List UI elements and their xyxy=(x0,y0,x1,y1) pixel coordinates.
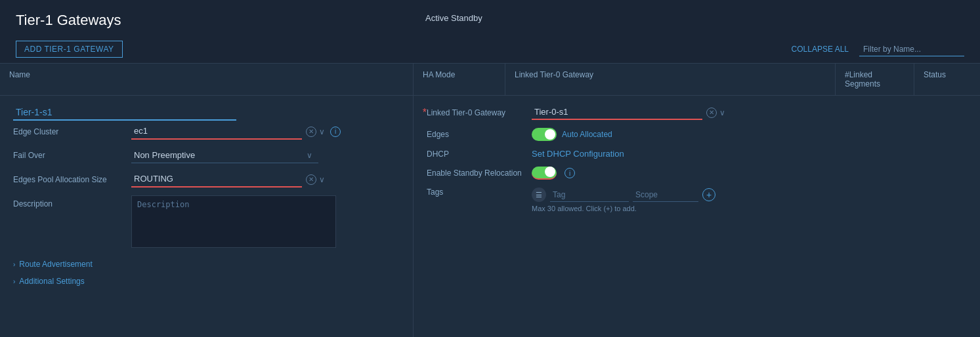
enable-standby-label: Enable Standby Relocation xyxy=(427,168,532,178)
tag-hamburger-icon: ☰ xyxy=(536,191,542,199)
fail-over-field: Fail Over Non Preemptive ∨ xyxy=(13,148,400,163)
edges-label: Edges xyxy=(427,130,532,139)
edge-cluster-field: Edge Cluster ✕ ∨ i xyxy=(13,123,400,140)
edges-pool-clear-icon[interactable]: ✕ xyxy=(306,174,316,185)
left-panel: * Edge Cluster ✕ ∨ i xyxy=(0,96,414,337)
column-header-linked-tier0: Linked Tier-0 Gateway xyxy=(505,64,836,95)
dhcp-label: DHCP xyxy=(427,149,532,159)
form-area: * Edge Cluster ✕ ∨ i xyxy=(0,96,980,337)
toolbar: ADD TIER-1 GATEWAY COLLAPSE ALL xyxy=(0,35,980,64)
edges-pool-chevron-icon[interactable]: ∨ xyxy=(319,175,325,184)
standby-toggle-wrap: i xyxy=(532,167,967,180)
column-header-status: Status xyxy=(914,64,980,95)
edges-auto-allocated-text: Auto Allocated xyxy=(562,130,612,139)
standby-relocation-info-icon[interactable]: i xyxy=(565,168,575,178)
edges-toggle-slider xyxy=(532,128,557,141)
scope-input[interactable] xyxy=(633,188,698,202)
route-advertisement-chevron-icon: › xyxy=(13,261,15,268)
linked-tier0-field: Linked Tier-0 Gateway ✕ ∨ xyxy=(427,105,967,120)
linked-tier0-label: Linked Tier-0 Gateway xyxy=(427,108,532,117)
standby-relocation-slider xyxy=(532,167,557,180)
additional-settings-section[interactable]: › Additional Settings xyxy=(13,273,400,290)
linked-tier0-icons: ✕ ∨ xyxy=(706,108,725,118)
edges-pool-icons: ✕ ∨ xyxy=(306,174,325,185)
fail-over-label: Fail Over xyxy=(13,151,131,160)
route-advertisement-label: Route Advertisement xyxy=(19,260,92,269)
linked-tier0-clear-icon[interactable]: ✕ xyxy=(706,108,717,118)
linked-tier0-chevron-icon[interactable]: ∨ xyxy=(719,108,725,117)
right-panel: Linked Tier-0 Gateway ✕ ∨ Edges xyxy=(414,96,980,337)
edge-cluster-icons: ✕ ∨ i xyxy=(306,127,341,137)
toolbar-right: COLLAPSE ALL xyxy=(792,43,964,56)
name-field-wrap xyxy=(13,105,417,121)
edges-toggle[interactable] xyxy=(532,128,557,141)
filter-input[interactable] xyxy=(859,43,964,56)
column-header-name: Name xyxy=(0,64,414,95)
enable-standby-field: Enable Standby Relocation i xyxy=(427,167,967,180)
set-dhcp-configuration-link[interactable]: Set DHCP Configuration xyxy=(532,149,967,159)
page-header: Tier-1 Gateways xyxy=(0,0,980,35)
edge-cluster-label: Edge Cluster xyxy=(13,127,131,136)
collapse-all-button[interactable]: COLLAPSE ALL xyxy=(792,45,849,54)
linked-tier0-input[interactable] xyxy=(532,105,702,120)
column-header-ha-mode: HA Mode xyxy=(414,64,505,95)
edges-pool-label: Edges Pool Allocation Size xyxy=(13,175,131,184)
tag-type-icon: ☰ xyxy=(532,188,546,202)
add-tier1-gateway-button[interactable]: ADD TIER-1 GATEWAY xyxy=(16,41,123,58)
description-field: Description xyxy=(13,195,400,248)
edges-toggle-wrap: Auto Allocated xyxy=(532,128,967,141)
description-label: Description xyxy=(13,195,131,248)
edge-cluster-chevron-icon[interactable]: ∨ xyxy=(319,127,325,136)
route-advertisement-section[interactable]: › Route Advertisement xyxy=(13,256,400,273)
add-tag-button[interactable]: + xyxy=(702,188,715,201)
edge-cluster-input-wrap: ✕ ∨ i xyxy=(131,123,400,140)
page-title: Tier-1 Gateways xyxy=(16,12,964,29)
edges-pool-input[interactable] xyxy=(131,171,302,188)
additional-settings-label: Additional Settings xyxy=(19,277,84,286)
tags-input-area: ☰ + Max 30 allowed. Click (+) to add. xyxy=(532,188,967,212)
edges-pool-input-wrap: ✕ ∨ xyxy=(131,171,400,188)
edge-cluster-input[interactable] xyxy=(131,123,302,140)
dhcp-field: DHCP Set DHCP Configuration xyxy=(427,149,967,159)
tags-inputs-row: ☰ + xyxy=(532,188,967,202)
gateway-row: * Edge Cluster ✕ ∨ i xyxy=(0,96,980,337)
tags-hint-text: Max 30 allowed. Click (+) to add. xyxy=(532,205,967,212)
additional-settings-chevron-icon: › xyxy=(13,278,15,285)
edge-cluster-clear-icon[interactable]: ✕ xyxy=(306,127,316,137)
fail-over-input-wrap: Non Preemptive ∨ xyxy=(131,148,400,163)
tags-label: Tags xyxy=(427,188,532,197)
column-header-linked-segments: #Linked Segments xyxy=(836,64,914,95)
table-header: Name HA Mode Linked Tier-0 Gateway #Link… xyxy=(0,64,980,96)
gateway-name-input[interactable] xyxy=(13,105,236,121)
linked-tier0-input-wrap: ✕ ∨ xyxy=(532,105,967,120)
edge-cluster-info-icon[interactable]: i xyxy=(330,127,341,137)
fail-over-select[interactable]: Non Preemptive xyxy=(131,148,318,163)
tags-field: Tags ☰ + Max 30 allowed. Click (+) to ad… xyxy=(427,188,967,212)
fail-over-chevron-icon[interactable]: ∨ xyxy=(307,151,312,160)
tag-input[interactable] xyxy=(550,188,629,202)
edges-field: Edges Auto Allocated xyxy=(427,128,967,141)
edges-pool-field: Edges Pool Allocation Size ✕ ∨ xyxy=(13,171,400,188)
description-input[interactable] xyxy=(131,195,336,248)
standby-relocation-toggle[interactable] xyxy=(532,167,557,180)
